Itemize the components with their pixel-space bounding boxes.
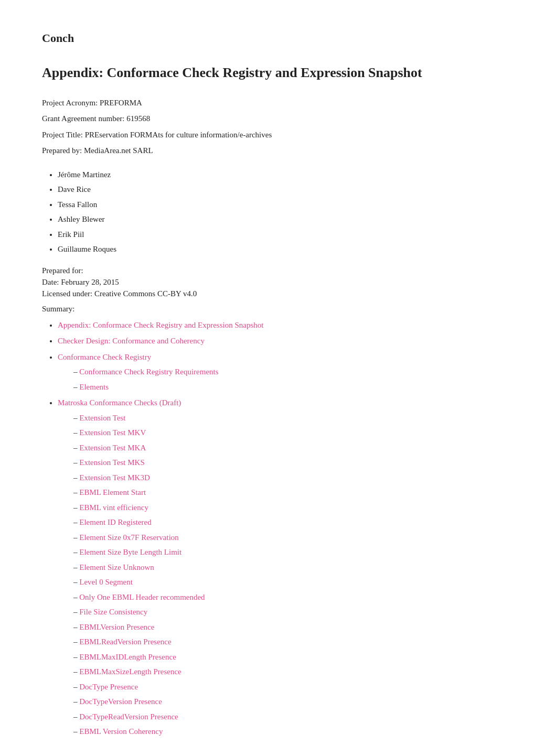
project-title-value: PREservation FORMAts for culture informa… [85, 131, 272, 139]
sub-list-item: Extension Test MKS [73, 455, 493, 470]
prepared-by: Prepared by: MediaArea.net SARL [42, 144, 493, 158]
sub-list-link[interactable]: Only One EBML Header recommended [79, 593, 205, 601]
sub-list-link[interactable]: EBML Version Coherency [79, 727, 163, 736]
sub-list-link[interactable]: EBMLMaxIDLength Presence [79, 653, 176, 661]
summary-label: Summary: [42, 305, 493, 314]
sub-list-link[interactable]: DocTypeVersion Presence [79, 697, 162, 706]
author-item: Erik Piil [58, 227, 493, 242]
summary-list: Appendix: Conformace Check Registry and … [58, 318, 493, 739]
author-item: Guillaume Roques [58, 242, 493, 257]
author-item: Dave Rice [58, 182, 493, 197]
sub-list: Extension TestExtension Test MKVExtensio… [73, 411, 493, 739]
sub-list-item: EBML Element Start [73, 485, 493, 500]
sub-list-item: Extension Test MK3D [73, 470, 493, 485]
sub-list-item: DocTypeVersion Presence [73, 694, 493, 709]
sub-list-item: Extension Test MKA [73, 440, 493, 456]
project-acronym-value: PREFORMA [100, 99, 142, 107]
site-title: Conch [42, 31, 493, 45]
date-value: February 28, 2015 [61, 278, 119, 286]
license-label: Licensed under: [42, 289, 92, 298]
sub-list-item: Element Size Unknown [73, 560, 493, 575]
sub-list-link[interactable]: Extension Test MKS [79, 458, 145, 467]
sub-list-link[interactable]: Level 0 Segment [79, 578, 133, 586]
license-line: Licensed under: Creative Commons CC-BY v… [42, 289, 493, 298]
sub-list-link[interactable]: Elements [79, 383, 109, 391]
sub-list-item: DocType Presence [73, 679, 493, 695]
sub-list-link[interactable]: Extension Test [79, 414, 125, 422]
sub-list-item: Level 0 Segment [73, 575, 493, 590]
author-item: Ashley Blewer [58, 212, 493, 227]
project-acronym: Project Acronym: PREFORMA [42, 96, 493, 110]
summary-item: Conformance Check RegistryConformance Ch… [58, 350, 493, 395]
project-acronym-label: Project Acronym: [42, 99, 98, 107]
sub-list-link[interactable]: Element ID Registered [79, 518, 151, 526]
sub-list-link[interactable]: EBMLReadVersion Presence [79, 638, 171, 646]
sub-list-item: Element Size Byte Length Limit [73, 545, 493, 560]
summary-link[interactable]: Checker Design: Conformance and Coherenc… [58, 337, 205, 345]
sub-list-item: Elements [73, 380, 493, 395]
sub-list-link[interactable]: DocTypeReadVersion Presence [79, 712, 178, 721]
summary-item: Checker Design: Conformance and Coherenc… [58, 333, 493, 349]
sub-list-link[interactable]: EBML vint efficiency [79, 503, 148, 512]
sub-list-link[interactable]: Extension Test MKA [79, 444, 146, 452]
sub-list-item: Conformance Check Registry Requirements [73, 364, 493, 380]
sub-list-item: EBML vint efficiency [73, 500, 493, 515]
summary-link[interactable]: Conformance Check Registry [58, 353, 151, 361]
sub-list-link[interactable]: Element Size 0x7F Reservation [79, 533, 179, 542]
sub-list-item: EBMLVersion Presence [73, 620, 493, 635]
summary-link[interactable]: Appendix: Conformace Check Registry and … [58, 321, 263, 329]
sub-list-link[interactable]: Conformance Check Registry Requirements [79, 368, 218, 376]
date-label: Date: [42, 278, 59, 286]
summary-item: Appendix: Conformace Check Registry and … [58, 318, 493, 333]
sub-list-link[interactable]: Extension Test MKV [79, 428, 146, 437]
project-title: Project Title: PREservation FORMAts for … [42, 128, 493, 142]
summary-item: Matroska Conformance Checks (Draft)Exten… [58, 395, 493, 739]
author-item: Jérôme Martinez [58, 167, 493, 182]
sub-list-link[interactable]: EBMLMaxSizeLength Presence [79, 667, 181, 676]
sub-list-link[interactable]: Extension Test MK3D [79, 473, 150, 482]
grant-number: Grant Agreement number: 619568 [42, 112, 493, 126]
sub-list-item: File Size Consistency [73, 604, 493, 620]
grant-label: Grant Agreement number: [42, 114, 124, 123]
license-value: Creative Commons CC-BY v4.0 [94, 289, 197, 298]
prepared-by-label: Prepared by: [42, 146, 82, 155]
sub-list-item: EBMLMaxIDLength Presence [73, 650, 493, 665]
sub-list-link[interactable]: File Size Consistency [79, 608, 147, 616]
sub-list-item: DocTypeReadVersion Presence [73, 709, 493, 725]
sub-list-item: EBML Version Coherency [73, 724, 493, 739]
author-item: Tessa Fallon [58, 197, 493, 212]
summary-link[interactable]: Matroska Conformance Checks (Draft) [58, 398, 181, 407]
date-line: Date: February 28, 2015 [42, 278, 493, 287]
sub-list-item: Extension Test [73, 411, 493, 426]
sub-list: Conformance Check Registry RequirementsE… [73, 364, 493, 394]
prepared-for: Prepared for: [42, 266, 493, 275]
sub-list-link[interactable]: EBMLVersion Presence [79, 623, 154, 631]
project-title-label: Project Title: [42, 131, 83, 139]
sub-list-link[interactable]: EBML Element Start [79, 488, 146, 496]
grant-value: 619568 [126, 114, 150, 123]
prepared-by-value: MediaArea.net SARL [84, 146, 153, 155]
authors-list: Jérôme Martinez Dave Rice Tessa Fallon A… [58, 167, 493, 257]
sub-list-item: Element Size 0x7F Reservation [73, 530, 493, 545]
page-title: Appendix: Conformace Check Registry and … [42, 64, 493, 82]
sub-list-item: EBMLMaxSizeLength Presence [73, 664, 493, 679]
sub-list-item: EBMLReadVersion Presence [73, 634, 493, 650]
sub-list-item: Element ID Registered [73, 515, 493, 530]
sub-list-link[interactable]: Element Size Byte Length Limit [79, 548, 181, 556]
sub-list-item: Extension Test MKV [73, 425, 493, 440]
sub-list-item: Only One EBML Header recommended [73, 590, 493, 605]
sub-list-link[interactable]: Element Size Unknown [79, 563, 154, 571]
sub-list-link[interactable]: DocType Presence [79, 683, 138, 691]
